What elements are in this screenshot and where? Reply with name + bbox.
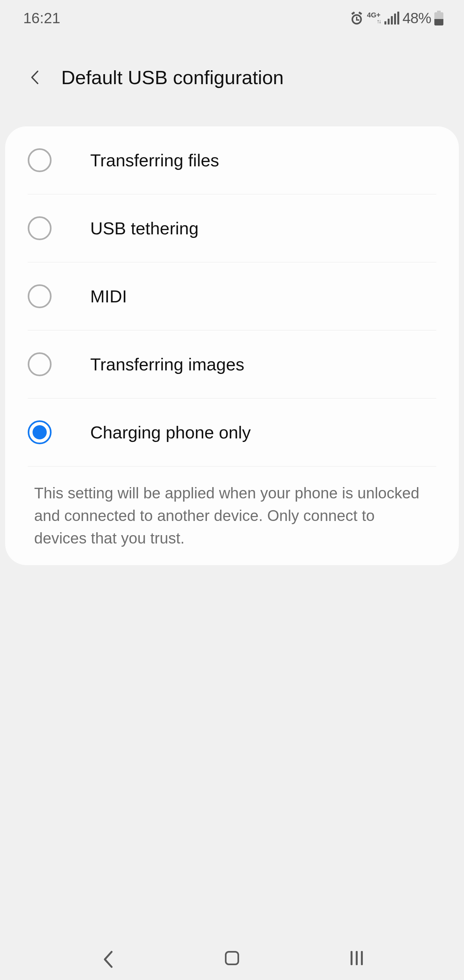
status-time: 16:21 xyxy=(23,10,60,27)
cell-signal-icon xyxy=(385,12,399,24)
option-label: MIDI xyxy=(90,286,127,306)
system-nav-bar xyxy=(0,936,464,980)
option-label: Charging phone only xyxy=(90,422,251,442)
nav-recents-button[interactable] xyxy=(331,942,383,974)
battery-icon xyxy=(434,11,443,25)
chevron-left-icon xyxy=(28,70,43,85)
option-label: USB tethering xyxy=(90,218,199,238)
option-label: Transferring files xyxy=(90,150,219,170)
option-midi[interactable]: MIDI xyxy=(5,262,459,330)
card-note: This setting will be applied when your p… xyxy=(5,466,459,550)
option-transferring-files[interactable]: Transferring files xyxy=(5,126,459,194)
recents-icon xyxy=(351,951,363,965)
nav-home-button[interactable] xyxy=(206,942,258,974)
options-card: Transferring files USB tethering MIDI Tr… xyxy=(5,126,459,565)
option-transferring-images[interactable]: Transferring images xyxy=(5,331,459,398)
radio-icon xyxy=(28,148,52,172)
radio-icon xyxy=(28,420,52,444)
network-4g-icon: 4G+ ↑↓ xyxy=(367,12,381,24)
option-charging-phone-only[interactable]: Charging phone only xyxy=(5,398,459,466)
alarm-icon xyxy=(350,11,364,25)
home-icon xyxy=(225,951,239,965)
back-button[interactable] xyxy=(22,64,48,90)
status-bar: 16:21 4G+ ↑↓ 48% xyxy=(0,0,464,36)
option-label: Transferring images xyxy=(90,354,244,374)
radio-icon xyxy=(28,216,52,240)
radio-icon xyxy=(28,284,52,308)
page-title: Default USB configuration xyxy=(61,67,284,89)
chevron-left-icon xyxy=(100,950,115,966)
network-badge-bottom: ↑↓ xyxy=(377,18,381,24)
battery-percent: 48% xyxy=(402,10,431,27)
radio-icon xyxy=(28,352,52,376)
app-bar: Default USB configuration xyxy=(0,52,464,103)
nav-back-button[interactable] xyxy=(81,942,133,974)
option-usb-tethering[interactable]: USB tethering xyxy=(5,194,459,262)
status-right: 4G+ ↑↓ 48% xyxy=(350,10,443,27)
